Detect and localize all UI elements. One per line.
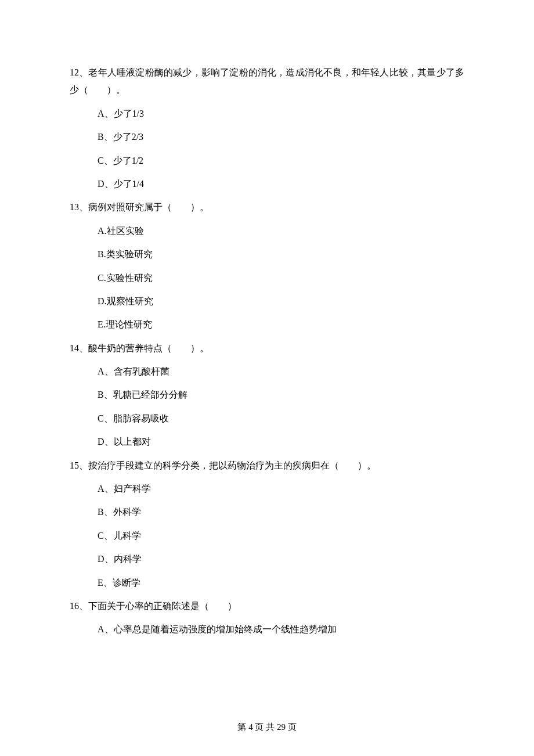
option-b: B、少了2/3 <box>98 128 464 146</box>
question-text: 16、下面关于心率的正确陈述是（ ） <box>70 597 464 615</box>
options: A.社区实验 B.类实验研究 C.实验性研究 D.观察性研究 E.理论性研究 <box>70 222 464 334</box>
option-a: A.社区实验 <box>98 222 464 240</box>
options: A、少了1/3 B、少了2/3 C、少了1/2 D、少了1/4 <box>70 105 464 193</box>
question-body: 病例对照研究属于（ ）。 <box>88 202 209 212</box>
options: A、妇产科学 B、外科学 C、儿科学 D、内科学 E、诊断学 <box>70 480 464 592</box>
question-number: 16、 <box>70 601 88 611</box>
question-16: 16、下面关于心率的正确陈述是（ ） A、心率总是随着运动强度的增加始终成一个线… <box>70 597 464 639</box>
page-footer: 第 4 页 共 29 页 <box>0 722 534 733</box>
option-d: D、少了1/4 <box>98 175 464 193</box>
question-number: 12、 <box>70 67 88 77</box>
question-14: 14、酸牛奶的营养特点（ ）。 A、含有乳酸杆菌 B、乳糖已经部分分解 C、脂肪… <box>70 340 464 451</box>
option-d: D、以上都对 <box>98 433 464 451</box>
option-b: B、外科学 <box>98 503 464 521</box>
question-text: 15、按治疗手段建立的科学分类，把以药物治疗为主的疾病归在（ ）。 <box>70 457 464 474</box>
options: A、含有乳酸杆菌 B、乳糖已经部分分解 C、脂肪容易吸收 D、以上都对 <box>70 363 464 451</box>
option-e: E、诊断学 <box>98 574 464 592</box>
question-number: 13、 <box>70 202 88 212</box>
option-a: A、心率总是随着运动强度的增加始终成一个线性趋势增加 <box>98 621 464 638</box>
option-e: E.理论性研究 <box>98 316 464 333</box>
question-12: 12、老年人唾液淀粉酶的减少，影响了淀粉的消化，造成消化不良，和年轻人比较，其量… <box>70 64 464 193</box>
question-15: 15、按治疗手段建立的科学分类，把以药物治疗为主的疾病归在（ ）。 A、妇产科学… <box>70 457 464 592</box>
option-a: A、妇产科学 <box>98 480 464 498</box>
question-body: 老年人唾液淀粉酶的减少，影响了淀粉的消化，造成消化不良，和年轻人比较，其量少了多… <box>70 67 464 95</box>
option-c: C.实验性研究 <box>98 269 464 287</box>
question-13: 13、病例对照研究属于（ ）。 A.社区实验 B.类实验研究 C.实验性研究 D… <box>70 199 464 333</box>
question-body: 下面关于心率的正确陈述是（ ） <box>88 601 237 611</box>
page: 12、老年人唾液淀粉酶的减少，影响了淀粉的消化，造成消化不良，和年轻人比较，其量… <box>0 0 534 756</box>
option-b: B、乳糖已经部分分解 <box>98 386 464 404</box>
option-c: C、脂肪容易吸收 <box>98 410 464 427</box>
question-number: 15、 <box>70 460 88 470</box>
question-body: 酸牛奶的营养特点（ ）。 <box>88 343 209 353</box>
options: A、心率总是随着运动强度的增加始终成一个线性趋势增加 <box>70 621 464 638</box>
option-d: D、内科学 <box>98 550 464 568</box>
option-d: D.观察性研究 <box>98 293 464 310</box>
option-a: A、少了1/3 <box>98 105 464 123</box>
question-text: 14、酸牛奶的营养特点（ ）。 <box>70 340 464 357</box>
question-number: 14、 <box>70 343 88 353</box>
option-c: C、少了1/2 <box>98 152 464 170</box>
question-text: 13、病例对照研究属于（ ）。 <box>70 199 464 216</box>
option-c: C、儿科学 <box>98 527 464 545</box>
option-b: B.类实验研究 <box>98 246 464 263</box>
question-text: 12、老年人唾液淀粉酶的减少，影响了淀粉的消化，造成消化不良，和年轻人比较，其量… <box>70 64 464 99</box>
question-body: 按治疗手段建立的科学分类，把以药物治疗为主的疾病归在（ ）。 <box>88 460 376 470</box>
option-a: A、含有乳酸杆菌 <box>98 363 464 380</box>
